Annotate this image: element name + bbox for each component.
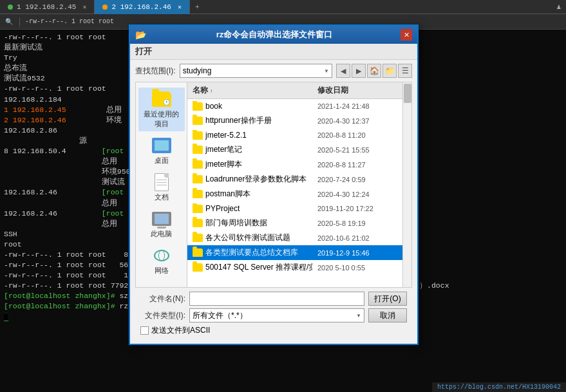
tab-1-close[interactable]: ✕ (82, 3, 86, 11)
scrollbar[interactable] (402, 82, 411, 287)
file-row[interactable]: PYProject 2019-11-20 17:22 (187, 201, 402, 216)
open-button[interactable]: 打开(O) (368, 292, 407, 306)
file-row[interactable]: jmeter脚本 2020-8-8 11:27 (187, 157, 402, 172)
file-name: 部门每周培训数据 (205, 218, 267, 229)
tab-1[interactable]: 1 192.168.2.45 ✕ (0, 0, 95, 14)
folder-icon (193, 175, 203, 183)
col-date-header[interactable]: 修改日期 (312, 84, 402, 97)
sidebar-item-docs[interactable]: 文档 (138, 171, 185, 205)
folder-icon (193, 117, 203, 125)
location-nav-btns: ◀ ▶ 🏠 📁 ☰ (336, 64, 412, 78)
file-cell-name: jmeter-5.2.1 (187, 130, 312, 140)
folder-icon (193, 263, 203, 272)
sidebar-pc-label: 此电脑 (151, 229, 172, 239)
file-row[interactable]: postman脚本 2020-4-30 12:24 (187, 187, 402, 201)
sidebar-network-label: 网络 (155, 266, 169, 275)
file-name: jmeter-5.2.1 (205, 131, 247, 140)
folder-icon (193, 205, 203, 213)
file-cell-name: 部门每周培训数据 (187, 217, 312, 229)
nav-view-btn[interactable]: ☰ (398, 64, 412, 78)
file-name: httprunner操作手册 (205, 115, 272, 126)
ascii-checkbox[interactable] (140, 326, 149, 335)
sort-arrow: ↑ (210, 88, 212, 94)
nav-newfolder-btn[interactable]: 📁 (382, 64, 397, 78)
col-name-header[interactable]: 名称 ↑ (187, 84, 312, 97)
file-name: 500147 SQL Server 推荐课程/实战 - 推... (205, 262, 312, 273)
tab-dot-2 (102, 5, 108, 10)
dialog-icon: 📂 (135, 30, 148, 40)
file-rows-container: book 2021-1-24 21:48 httprunner操作手册 2020… (187, 99, 402, 275)
filetype-dropdown[interactable]: 所有文件（*.*） ▼ (189, 308, 364, 322)
docs-icon (151, 173, 172, 191)
file-cell-name: postman脚本 (187, 188, 312, 200)
terminal-info: -rw-r--r--. 1 root root (24, 18, 115, 25)
nav-home-btn[interactable]: 🏠 (367, 64, 381, 78)
file-cell-name: PYProject (187, 203, 312, 214)
folder-icon (193, 219, 203, 227)
file-row[interactable]: jmeter笔记 2020-5-21 15:55 (187, 142, 402, 157)
file-date: 2020-5-21 15:55 (312, 145, 402, 154)
sidebar-desktop-label: 桌面 (155, 156, 169, 165)
file-row[interactable]: book 2021-1-24 21:48 (187, 99, 402, 113)
file-cell-name: jmeter笔记 (187, 144, 312, 156)
filename-input[interactable] (189, 292, 364, 306)
dialog-subtitle: 打开 (130, 44, 417, 60)
file-dialog: 📂 rz命令会自动弹出选择文件窗口 ✕ 打开 查找范围(I): studying… (129, 24, 419, 345)
filetype-label: 文件类型(I): (140, 310, 185, 321)
filetype-row: 文件类型(I): 所有文件（*.*） ▼ 取消 (140, 308, 407, 322)
file-name: 各大公司软件测试面试题 (205, 232, 290, 243)
file-date: 2020-7-24 0:59 (312, 175, 402, 184)
dialog-title: rz命令会自动弹出选择文件窗口 (148, 29, 401, 41)
tab-2[interactable]: 2 192.168.2.46 ✕ (95, 0, 189, 14)
file-name: jmeter笔记 (205, 144, 242, 155)
file-date: 2019-11-20 17:22 (312, 204, 402, 213)
tab-add-btn[interactable]: + (190, 2, 205, 12)
dialog-titlebar: 📂 rz命令会自动弹出选择文件窗口 ✕ (130, 26, 417, 44)
pin-icon[interactable]: ♟ (551, 3, 566, 11)
folder-icon (193, 131, 203, 140)
file-cell-name: 各类型测试要点总结文档库 (187, 247, 312, 259)
sidebar-item-network[interactable]: 网络 (138, 244, 185, 278)
tab-1-label: 1 192.168.2.45 (17, 3, 76, 11)
location-dropdown[interactable]: studying ▼ (180, 64, 332, 78)
location-value: studying (183, 66, 212, 75)
nav-back-btn[interactable]: ◀ (336, 64, 350, 78)
tab-2-close[interactable]: ✕ (178, 3, 182, 11)
filetype-dropdown-arrow: ▼ (356, 313, 361, 319)
tab-dot-1 (8, 5, 13, 10)
file-row[interactable]: jmeter-5.2.1 2020-8-8 11:20 (187, 128, 402, 142)
toolbar-search[interactable]: 🔍 (3, 17, 15, 26)
ascii-row: 发送文件到ASCII (140, 325, 407, 336)
file-date: 2019-12-9 15:46 (312, 248, 402, 257)
file-date: 2020 5-10 0:55 (312, 263, 402, 272)
file-name: Loadrunner登录参数数化脚本 (205, 174, 307, 185)
file-list[interactable]: 名称 ↑ 修改日期 book 2021-1-24 21:48 httprunne… (187, 82, 402, 287)
nav-forward-btn[interactable]: ▶ (352, 64, 366, 78)
sidebar-item-desktop[interactable]: 桌面 (138, 134, 185, 168)
sidebar-item-pc[interactable]: 此电脑 (138, 207, 185, 241)
file-cell-name: 各大公司软件测试面试题 (187, 232, 312, 244)
sidebar-recent-label: 最近使用的项目 (141, 109, 182, 129)
file-row[interactable]: httprunner操作手册 2020-4-30 12:37 (187, 113, 402, 128)
file-row[interactable]: 各大公司软件测试面试题 2020-10-6 21:02 (187, 230, 402, 245)
filetype-value: 所有文件（*.*） (193, 310, 247, 321)
dialog-bottom: 文件名(N): 打开(O) 文件类型(I): 所有文件（*.*） ▼ 取消 发送… (135, 288, 412, 340)
dialog-close-button[interactable]: ✕ (401, 29, 412, 41)
cancel-button[interactable]: 取消 (368, 308, 407, 322)
file-name: 各类型测试要点总结文档库 (205, 247, 298, 258)
file-list-header: 名称 ↑ 修改日期 (187, 82, 402, 99)
file-row[interactable]: 各类型测试要点总结文档库 2019-12-9 15:46 (187, 245, 402, 260)
location-bar: 查找范围(I): studying ▼ ◀ ▶ 🏠 📁 ☰ (135, 64, 412, 78)
sidebar-docs-label: 文档 (155, 192, 169, 202)
sidebar-item-recent[interactable]: 🕐 最近使用的项目 (138, 88, 185, 131)
file-row[interactable]: Loadrunner登录参数数化脚本 2020-7-24 0:59 (187, 172, 402, 187)
file-date: 2020-5-8 19:19 (312, 219, 402, 228)
file-cell-name: httprunner操作手册 (187, 115, 312, 127)
file-cell-name: jmeter脚本 (187, 158, 312, 171)
file-row[interactable]: 500147 SQL Server 推荐课程/实战 - 推... 2020 5-… (187, 260, 402, 275)
file-date: 2020-4-30 12:37 (312, 117, 402, 126)
file-name: postman脚本 (205, 189, 250, 200)
file-date: 2021-1-24 21:48 (312, 102, 402, 111)
tab-2-label: 2 192.168.2.46 (111, 3, 171, 11)
file-row[interactable]: 部门每周培训数据 2020-5-8 19:19 (187, 216, 402, 230)
